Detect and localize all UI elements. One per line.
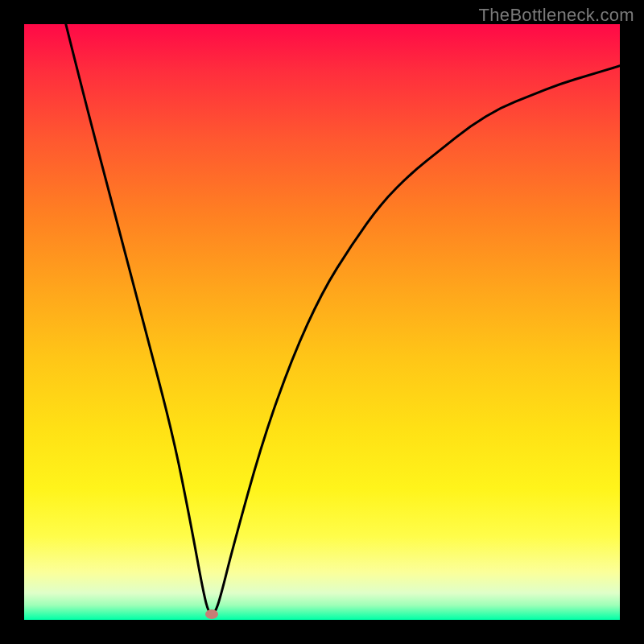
plot-area bbox=[24, 24, 620, 620]
bottleneck-curve bbox=[24, 24, 620, 620]
chart-frame: TheBottleneck.com bbox=[0, 0, 644, 644]
optimal-point-marker bbox=[205, 609, 218, 619]
watermark-text: TheBottleneck.com bbox=[479, 5, 634, 26]
